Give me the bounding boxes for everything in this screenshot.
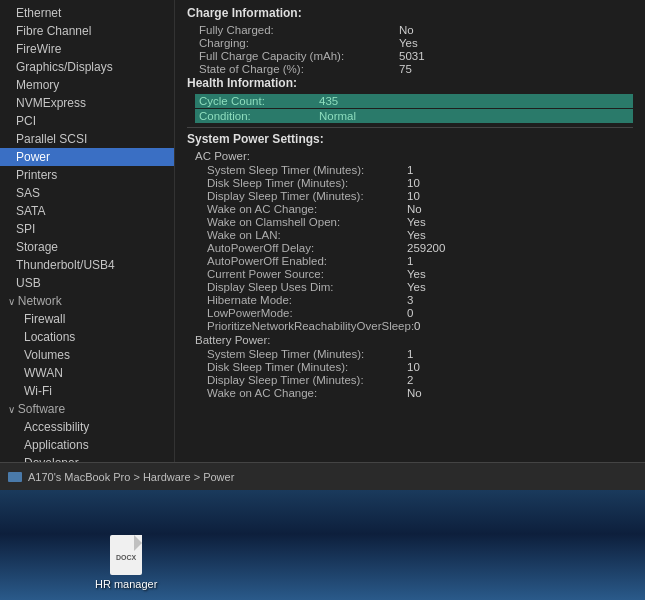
sidebar-item-pci[interactable]: PCI <box>0 112 174 130</box>
ac-label-system-sleep: System Sleep Timer (Minutes): <box>207 164 407 176</box>
ac-value-system-sleep: 1 <box>407 164 413 176</box>
main-content: Ethernet Fibre Channel FireWire Graphics… <box>0 0 645 462</box>
charge-label-fully: Fully Charged: <box>199 24 399 36</box>
charge-row-state: State of Charge (%): 75 <box>195 63 633 75</box>
ac-row-wake-ac: Wake on AC Change: No <box>203 203 633 215</box>
battery-power-section: Battery Power: System Sleep Timer (Minut… <box>195 334 633 399</box>
sidebar-item-usb[interactable]: USB <box>0 274 174 292</box>
ac-value-hibernate: 3 <box>407 294 413 306</box>
ac-value-autopoweroff-enabled: 1 <box>407 255 413 267</box>
sidebar-item-applications[interactable]: Applications <box>0 436 174 454</box>
ac-row-autopoweroff-delay: AutoPowerOff Delay: 259200 <box>203 242 633 254</box>
bat-row-disk-sleep: Disk Sleep Timer (Minutes): 10 <box>203 361 633 373</box>
desktop-file-hr[interactable]: DOCX HR manager <box>95 535 157 590</box>
charge-row-fully-charged: Fully Charged: No <box>195 24 633 36</box>
ac-value-wake-clamshell: Yes <box>407 216 426 228</box>
bottom-bar: A170's MacBook Pro > Hardware > Power <box>0 462 645 490</box>
ac-value-autopoweroff-delay: 259200 <box>407 242 445 254</box>
ac-row-wake-clamshell: Wake on Clamshell Open: Yes <box>203 216 633 228</box>
health-row-condition: Condition: Normal <box>195 109 633 123</box>
ac-label-hibernate: Hibernate Mode: <box>207 294 407 306</box>
charge-value-capacity: 5031 <box>399 50 425 62</box>
file-label: HR manager <box>95 578 157 590</box>
ac-label-display-dim: Display Sleep Uses Dim: <box>207 281 407 293</box>
ac-row-prioritize-network: PrioritizeNetworkReachabilityOverSleep: … <box>203 320 633 332</box>
sidebar-item-wwan[interactable]: WWAN <box>0 364 174 382</box>
ac-row-wake-lan: Wake on LAN: Yes <box>203 229 633 241</box>
ac-row-display-dim: Display Sleep Uses Dim: Yes <box>203 281 633 293</box>
sidebar-item-firewire[interactable]: FireWire <box>0 40 174 58</box>
bat-value-disk-sleep: 10 <box>407 361 420 373</box>
sidebar-item-storage[interactable]: Storage <box>0 238 174 256</box>
ac-label-wake-ac: Wake on AC Change: <box>207 203 407 215</box>
health-value-cycle: 435 <box>319 95 338 107</box>
sidebar-item-sata[interactable]: SATA <box>0 202 174 220</box>
ac-power-rows: System Sleep Timer (Minutes): 1 Disk Sle… <box>203 164 633 332</box>
ac-label-autopoweroff-delay: AutoPowerOff Delay: <box>207 242 407 254</box>
bat-row-system-sleep: System Sleep Timer (Minutes): 1 <box>203 348 633 360</box>
health-section-title: Health Information: <box>187 76 633 90</box>
ac-value-wake-lan: Yes <box>407 229 426 241</box>
ac-label-display-sleep: Display Sleep Timer (Minutes): <box>207 190 407 202</box>
ac-row-display-sleep: Display Sleep Timer (Minutes): 10 <box>203 190 633 202</box>
bat-row-wake-ac: Wake on AC Change: No <box>203 387 633 399</box>
sidebar-item-sas[interactable]: SAS <box>0 184 174 202</box>
sidebar: Ethernet Fibre Channel FireWire Graphics… <box>0 0 175 462</box>
sidebar-item-thunderbolt[interactable]: Thunderbolt/USB4 <box>0 256 174 274</box>
health-label-cycle: Cycle Count: <box>199 95 319 107</box>
health-value-condition: Normal <box>319 110 356 122</box>
sidebar-item-spi[interactable]: SPI <box>0 220 174 238</box>
breadcrumb-text: A170's MacBook Pro > Hardware > Power <box>28 471 234 483</box>
ac-value-disk-sleep: 10 <box>407 177 420 189</box>
charge-section-title: Charge Information: <box>187 6 633 20</box>
sidebar-item-ethernet[interactable]: Ethernet <box>0 4 174 22</box>
charge-info: Fully Charged: No Charging: Yes Full Cha… <box>195 24 633 75</box>
sidebar-item-accessibility[interactable]: Accessibility <box>0 418 174 436</box>
ac-row-autopoweroff-enabled: AutoPowerOff Enabled: 1 <box>203 255 633 267</box>
ac-label-lowpower: LowPowerMode: <box>207 307 407 319</box>
sidebar-item-graphics[interactable]: Graphics/Displays <box>0 58 174 76</box>
ac-value-wake-ac: No <box>407 203 422 215</box>
sidebar-item-printers[interactable]: Printers <box>0 166 174 184</box>
sidebar-item-locations[interactable]: Locations <box>0 328 174 346</box>
ac-row-hibernate: Hibernate Mode: 3 <box>203 294 633 306</box>
bat-value-display-sleep: 2 <box>407 374 413 386</box>
bat-value-wake-ac: No <box>407 387 422 399</box>
ac-label-current-source: Current Power Source: <box>207 268 407 280</box>
sidebar-group-network[interactable]: Network <box>0 292 174 310</box>
bat-value-system-sleep: 1 <box>407 348 413 360</box>
sidebar-item-firewall[interactable]: Firewall <box>0 310 174 328</box>
ac-value-current-source: Yes <box>407 268 426 280</box>
sidebar-group-software[interactable]: Software <box>0 400 174 418</box>
bat-label-system-sleep: System Sleep Timer (Minutes): <box>207 348 407 360</box>
ac-power-label: AC Power: <box>195 150 633 162</box>
sidebar-item-nvmexpress[interactable]: NVMExpress <box>0 94 174 112</box>
charge-value-fully: No <box>399 24 414 36</box>
bat-row-display-sleep: Display Sleep Timer (Minutes): 2 <box>203 374 633 386</box>
sidebar-item-power[interactable]: Power <box>0 148 174 166</box>
sidebar-item-wifi[interactable]: Wi-Fi <box>0 382 174 400</box>
sidebar-item-volumes[interactable]: Volumes <box>0 346 174 364</box>
file-ext: DOCX <box>116 554 136 561</box>
ac-label-wake-clamshell: Wake on Clamshell Open: <box>207 216 407 228</box>
sidebar-item-parallelscsi[interactable]: Parallel SCSI <box>0 130 174 148</box>
sidebar-item-developer[interactable]: Developer <box>0 454 174 462</box>
ac-label-autopoweroff-enabled: AutoPowerOff Enabled: <box>207 255 407 267</box>
battery-power-label: Battery Power: <box>195 334 633 346</box>
app-window: Ethernet Fibre Channel FireWire Graphics… <box>0 0 645 490</box>
bat-label-display-sleep: Display Sleep Timer (Minutes): <box>207 374 407 386</box>
ac-value-prioritize-network: 0 <box>414 320 420 332</box>
ac-value-display-sleep: 10 <box>407 190 420 202</box>
ac-row-disk-sleep: Disk Sleep Timer (Minutes): 10 <box>203 177 633 189</box>
charge-label-charging: Charging: <box>199 37 399 49</box>
ac-row-lowpower: LowPowerMode: 0 <box>203 307 633 319</box>
sidebar-item-fibre[interactable]: Fibre Channel <box>0 22 174 40</box>
ac-value-lowpower: 0 <box>407 307 413 319</box>
ac-row-system-sleep: System Sleep Timer (Minutes): 1 <box>203 164 633 176</box>
health-row-cycle: Cycle Count: 435 <box>195 94 633 108</box>
ac-value-display-dim: Yes <box>407 281 426 293</box>
bat-label-wake-ac: Wake on AC Change: <box>207 387 407 399</box>
macbook-icon <box>8 472 22 482</box>
ac-power-section: AC Power: System Sleep Timer (Minutes): … <box>195 150 633 332</box>
sidebar-item-memory[interactable]: Memory <box>0 76 174 94</box>
